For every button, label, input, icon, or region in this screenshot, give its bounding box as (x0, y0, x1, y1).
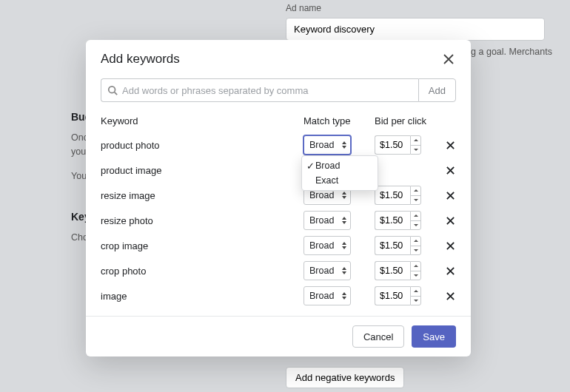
search-icon (107, 85, 118, 95)
save-button[interactable]: Save (412, 325, 456, 348)
bid-input[interactable] (375, 261, 410, 280)
bid-stepper[interactable] (410, 135, 421, 155)
bid-step-down[interactable] (411, 271, 420, 280)
chevron-updown-icon (342, 292, 346, 300)
keyword-row: crop photoBroad (101, 258, 456, 283)
delete-keyword-icon[interactable] (445, 215, 456, 226)
bid-step-up[interactable] (411, 287, 420, 297)
keyword-name: image (101, 291, 304, 302)
delete-keyword-icon[interactable] (445, 266, 456, 277)
keyword-row: product photoBroad✓BroadExact (101, 132, 456, 158)
bid-step-up[interactable] (411, 262, 420, 271)
delete-keyword-icon[interactable] (445, 190, 456, 201)
keyword-row: imageBroad (101, 283, 456, 308)
bid-step-up[interactable] (411, 136, 420, 146)
add-keyword-button[interactable]: Add (418, 78, 456, 102)
bid-input[interactable] (375, 211, 410, 230)
bid-input[interactable] (375, 186, 410, 205)
bid-input[interactable] (375, 236, 410, 255)
keyword-name: product image (101, 165, 304, 176)
bid-stepper[interactable] (410, 236, 421, 255)
bid-step-up[interactable] (411, 212, 420, 221)
bid-step-down[interactable] (411, 297, 420, 305)
keyword-name: resize image (101, 190, 304, 201)
match-type-select[interactable]: Broad (304, 236, 351, 255)
keyword-name: resize photo (101, 215, 304, 226)
chevron-updown-icon (342, 141, 346, 149)
bid-stepper[interactable] (410, 286, 421, 305)
cancel-button[interactable]: Cancel (352, 325, 404, 348)
close-icon[interactable] (441, 52, 456, 67)
chevron-updown-icon (342, 267, 346, 274)
bid-step-up[interactable] (411, 237, 420, 246)
keyword-name: crop image (101, 240, 304, 251)
keyword-name: crop photo (101, 266, 304, 277)
match-type-select[interactable]: Broad (304, 211, 351, 230)
delete-keyword-icon[interactable] (445, 165, 456, 176)
col-bid: Bid per click (375, 115, 437, 126)
col-keyword: Keyword (101, 115, 304, 126)
bid-step-down[interactable] (411, 196, 420, 205)
delete-keyword-icon[interactable] (445, 140, 456, 151)
bid-step-up[interactable] (411, 186, 420, 196)
match-option-broad[interactable]: ✓Broad (302, 158, 378, 173)
ad-name-input[interactable] (286, 18, 545, 41)
keyword-search-input[interactable] (122, 85, 412, 96)
bid-input[interactable] (375, 286, 410, 305)
delete-keyword-icon[interactable] (445, 291, 456, 302)
chevron-updown-icon (342, 242, 346, 249)
match-type-select[interactable]: Broad✓BroadExact (304, 135, 351, 155)
chevron-updown-icon (342, 192, 346, 199)
bid-step-down[interactable] (411, 146, 420, 155)
match-option-exact[interactable]: Exact (302, 173, 378, 188)
bid-stepper[interactable] (410, 211, 421, 230)
add-negative-keywords-button[interactable]: Add negative keywords (286, 367, 404, 388)
match-type-dropdown: ✓BroadExact (301, 155, 378, 191)
svg-point-0 (109, 87, 115, 93)
keyword-row: resize photoBroad (101, 208, 456, 233)
chevron-updown-icon (342, 217, 346, 224)
add-keywords-modal: Add keywords Add Keyword Match type Bid … (86, 40, 471, 356)
keyword-row: resize imageBroad (101, 183, 456, 208)
keyword-row: product image (101, 158, 456, 183)
bid-stepper[interactable] (410, 261, 421, 280)
delete-keyword-icon[interactable] (445, 240, 456, 251)
bid-stepper[interactable] (410, 186, 421, 205)
match-type-select[interactable]: Broad (304, 261, 351, 280)
match-type-select[interactable]: Broad (304, 286, 351, 305)
bid-input[interactable] (375, 135, 410, 155)
col-match-type: Match type (304, 115, 370, 126)
modal-title: Add keywords (101, 52, 180, 67)
keyword-name: product photo (101, 140, 304, 151)
ad-name-label: Ad name (286, 3, 570, 13)
keyword-row: crop imageBroad (101, 233, 456, 258)
bid-step-down[interactable] (411, 221, 420, 230)
bid-step-down[interactable] (411, 246, 420, 255)
